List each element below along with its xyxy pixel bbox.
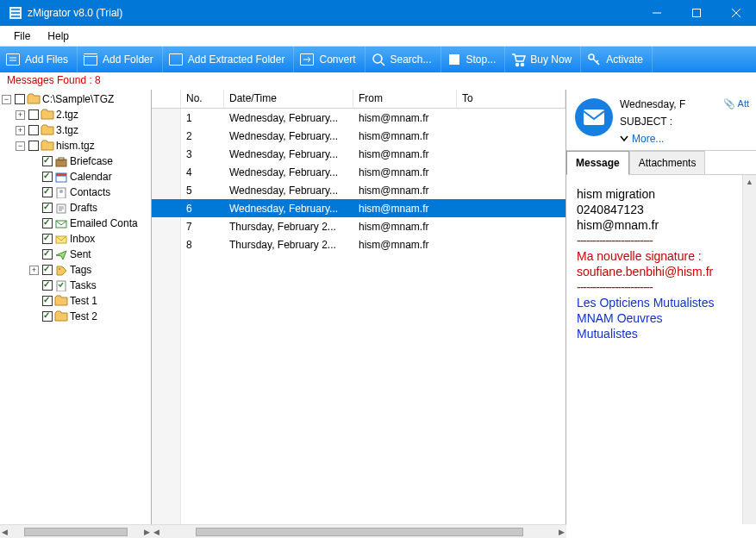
convert-button[interactable]: Convert [294, 47, 365, 72]
checkbox-icon[interactable] [28, 125, 39, 135]
add-folder-button[interactable]: Add Folder [78, 47, 163, 72]
tree-node[interactable]: Test 1 [28, 293, 151, 309]
svg-point-21 [59, 190, 63, 193]
checkbox-icon[interactable] [42, 296, 53, 306]
checkbox-icon[interactable] [42, 234, 53, 244]
close-button[interactable] [716, 0, 756, 26]
table-row[interactable]: 4Wednesday, February...hism@mnam.fr [152, 163, 565, 181]
tree-hscroll[interactable]: ◀▶ [0, 524, 152, 538]
tree-node[interactable]: Contacts [28, 185, 151, 200]
status-bar: Messages Found : 8 [0, 72, 756, 90]
tree-node[interactable]: +2.tgz [14, 107, 151, 122]
preview-subject-label: SUBJECT : [620, 116, 747, 128]
cell-date: Wednesday, February... [224, 148, 353, 160]
tree-node[interactable]: Inbox [28, 231, 151, 247]
menu-file[interactable]: File [5, 28, 39, 45]
tree-node[interactable]: +3.tgz [14, 122, 151, 138]
tree-label: Briefcase [70, 155, 113, 167]
search-button[interactable]: Search... [366, 47, 441, 72]
tree-node[interactable]: Sent [28, 247, 151, 262]
checkbox-icon[interactable] [42, 249, 53, 260]
attachment-label: Att [738, 98, 749, 109]
expand-icon[interactable]: + [16, 110, 25, 120]
tree-node[interactable]: Emailed Conta [28, 216, 151, 231]
tree-node[interactable]: Tasks [28, 278, 151, 293]
table-row[interactable]: 3Wednesday, February...hism@mnam.fr [152, 145, 565, 163]
tree-root[interactable]: − C:\Sample\TGZ [0, 91, 151, 107]
checkbox-icon[interactable] [28, 109, 39, 120]
tree-node[interactable]: Drafts [28, 200, 151, 216]
tree-label: Sent [70, 248, 91, 260]
checkbox-icon[interactable] [15, 94, 25, 104]
scroll-up-icon[interactable]: ▲ [743, 175, 756, 189]
cell-date: Wednesday, February... [224, 130, 353, 142]
tree-node[interactable]: −hism.tgz [14, 138, 151, 153]
stop-button[interactable]: Stop... [441, 47, 506, 72]
tree-label: Test 2 [70, 310, 97, 322]
table-row[interactable]: 8Thursday, February 2...hism@mnam.fr [152, 235, 565, 253]
org-line: MNAM Oeuvres [577, 311, 746, 325]
checkbox-icon[interactable] [42, 311, 53, 322]
tree-node[interactable]: Calendar [28, 169, 151, 185]
tab-attachments[interactable]: Attachments [629, 151, 706, 174]
checkbox-icon[interactable] [42, 265, 53, 275]
add-files-label: Add Files [25, 53, 68, 66]
activate-button[interactable]: Activate [581, 47, 653, 72]
table-row[interactable]: 1Wednesday, February...hism@mnam.fr [152, 109, 565, 127]
org-line: Mutualistes [577, 327, 746, 341]
checkbox-icon[interactable] [42, 280, 53, 291]
col-no[interactable]: No. [181, 90, 224, 108]
list-hscroll[interactable]: ◀▶ [152, 524, 566, 538]
table-row[interactable]: 7Thursday, February 2...hism@mnam.fr [152, 217, 565, 235]
expand-icon[interactable]: + [29, 266, 39, 275]
checkbox-icon[interactable] [42, 203, 53, 213]
tree-root-label: C:\Sample\TGZ [42, 93, 114, 105]
separator: ------------------------ [577, 234, 746, 247]
table-row[interactable]: 5Wednesday, February...hism@mnam.fr [152, 181, 565, 199]
col-date[interactable]: Date/Time [224, 90, 353, 108]
menubar: File Help [0, 26, 756, 47]
svg-rect-9 [449, 54, 459, 65]
org-line: Les Opticiens Mutualistes [577, 296, 746, 310]
table-row[interactable]: 6Wednesday, February...hism@mnam.fr [152, 199, 565, 217]
app-icon [9, 6, 22, 20]
more-label: More... [632, 133, 664, 145]
checkbox-icon[interactable] [42, 156, 53, 166]
more-link[interactable]: More... [620, 133, 747, 145]
message-list-pane: No. Date/Time From To 1Wednesday, Februa… [152, 90, 566, 524]
buy-button[interactable]: Buy Now [505, 47, 581, 72]
table-row[interactable]: 2Wednesday, February...hism@mnam.fr [152, 127, 565, 145]
tree-label: Emailed Conta [70, 217, 138, 229]
tab-message[interactable]: Message [566, 151, 629, 175]
stop-icon [447, 52, 462, 67]
expand-spacer [29, 235, 39, 244]
expand-icon[interactable]: + [16, 126, 25, 135]
maximize-button[interactable] [677, 0, 716, 26]
tree-node[interactable]: +Tags [28, 262, 151, 278]
svg-rect-19 [56, 173, 66, 176]
checkbox-icon[interactable] [42, 172, 53, 182]
tree-node[interactable]: Briefcase [28, 153, 151, 169]
add-files-icon [5, 52, 21, 67]
checkbox-icon[interactable] [28, 141, 39, 151]
add-extracted-button[interactable]: Add Extracted Folder [163, 47, 295, 72]
svg-rect-27 [584, 109, 604, 125]
collapse-icon[interactable]: − [2, 95, 11, 104]
cell-no: 1 [181, 112, 224, 124]
menu-help[interactable]: Help [39, 28, 78, 45]
col-to[interactable]: To [457, 90, 565, 108]
tree-label: Test 1 [70, 295, 97, 307]
add-files-button[interactable]: Add Files [0, 47, 78, 72]
attachment-link[interactable]: 📎 Att [723, 98, 749, 109]
list-header: No. Date/Time From To [152, 90, 565, 109]
vertical-scrollbar[interactable]: ▲ [742, 175, 756, 524]
collapse-icon[interactable]: − [16, 141, 25, 151]
checkbox-icon[interactable] [42, 218, 53, 228]
col-from[interactable]: From [353, 90, 457, 108]
checkbox-icon[interactable] [42, 187, 53, 197]
add-extracted-label: Add Extracted Folder [188, 53, 285, 66]
signature-line: Ma nouvelle signature : [577, 249, 746, 263]
cell-date: Thursday, February 2... [224, 221, 353, 233]
tree-node[interactable]: Test 2 [28, 309, 151, 324]
minimize-button[interactable] [637, 0, 677, 26]
